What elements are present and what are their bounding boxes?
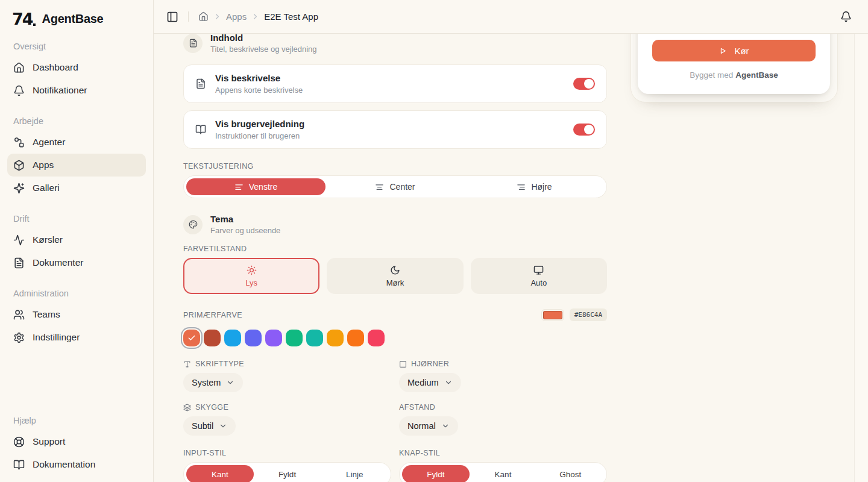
segment-label: Linje bbox=[346, 470, 363, 479]
color-mode-group: Lys Mørk Auto bbox=[183, 258, 607, 294]
align-option-label: Center bbox=[389, 182, 415, 192]
color-swatch[interactable] bbox=[306, 330, 323, 346]
input-style-fyldt[interactable]: Fyldt bbox=[254, 465, 321, 482]
box-icon bbox=[13, 160, 25, 171]
skygge-label: SKYGGE bbox=[195, 403, 228, 412]
sidebar-item-dokumentation[interactable]: Dokumentation bbox=[7, 453, 146, 476]
breadcrumb: Apps E2E Test App bbox=[198, 11, 318, 22]
gear-icon bbox=[13, 332, 25, 343]
afstand-label-row: AFSTAND bbox=[399, 403, 607, 412]
align-option-venstre[interactable]: Venstre bbox=[186, 178, 326, 195]
toggle-subtitle: Instruktioner til brugeren bbox=[215, 131, 304, 140]
shadow-select[interactable]: Subtil bbox=[183, 416, 236, 436]
section-tema: Tema Farver og udseende bbox=[183, 214, 607, 235]
button-style-fyldt[interactable]: Fyldt bbox=[402, 465, 470, 482]
section-indhold: Indhold Titel, beskrivelse og vejledning bbox=[183, 34, 607, 54]
monitor-icon bbox=[533, 265, 544, 275]
color-swatch[interactable] bbox=[368, 330, 385, 346]
button-style-ghost[interactable]: Ghost bbox=[536, 465, 604, 482]
sidebar-item-korsler[interactable]: Kørsler bbox=[7, 228, 146, 251]
breadcrumb-home-icon[interactable] bbox=[198, 11, 209, 22]
book-open-icon bbox=[13, 459, 25, 471]
farvetilstand-label: FARVETILSTAND bbox=[183, 245, 607, 253]
sidebar-item-label: Support bbox=[33, 436, 65, 447]
sparkles-icon bbox=[13, 183, 25, 194]
sidebar-item-teams[interactable]: Teams bbox=[7, 303, 146, 326]
built-with-brand: AgentBase bbox=[735, 70, 778, 80]
moon-icon bbox=[390, 265, 400, 275]
sidebar-item-notifikationer[interactable]: Notifikationer bbox=[7, 79, 146, 102]
main-area: Kør Bygget med AgentBase Indhold Titel, … bbox=[154, 34, 868, 482]
color-swatch[interactable] bbox=[204, 330, 221, 346]
input-stil-label: INPUT-STIL bbox=[183, 449, 391, 457]
align-center-icon bbox=[375, 183, 384, 192]
layers-icon bbox=[183, 404, 191, 412]
corners-select[interactable]: Medium bbox=[399, 373, 461, 392]
sidebar-item-label: Dashboard bbox=[33, 62, 78, 73]
section-subtitle: Farver og udseende bbox=[210, 226, 280, 235]
users-icon bbox=[13, 309, 25, 321]
section-icon-circle bbox=[183, 215, 203, 234]
toggle-row-vis-beskrivelse: Vis beskrivelse Appens korte beskrivelse bbox=[183, 64, 607, 103]
segment-label: Fyldt bbox=[427, 470, 444, 479]
color-swatch[interactable] bbox=[224, 330, 241, 346]
color-swatch-picker bbox=[183, 330, 607, 346]
scrollbar-gutter[interactable] bbox=[854, 34, 868, 482]
run-button[interactable]: Kør bbox=[652, 40, 816, 61]
color-swatch[interactable] bbox=[265, 330, 282, 346]
button-style-kant[interactable]: Kant bbox=[470, 465, 537, 482]
sidebar-item-support[interactable]: Support bbox=[7, 430, 146, 453]
run-button-label: Kør bbox=[734, 46, 749, 56]
primary-color-swatch bbox=[543, 311, 562, 319]
mode-option-auto[interactable]: Auto bbox=[471, 258, 607, 294]
breadcrumb-apps[interactable]: Apps bbox=[226, 11, 247, 22]
notifications-bell-icon[interactable] bbox=[840, 11, 852, 22]
toggle-title: Vis beskrivelse bbox=[215, 73, 303, 84]
nav-section-administration: Administration bbox=[7, 289, 146, 298]
breadcrumb-current-page: E2E Test App bbox=[264, 11, 318, 22]
font-select[interactable]: System bbox=[183, 373, 243, 392]
sidebar-item-dashboard[interactable]: Dashboard bbox=[7, 56, 146, 79]
color-swatch[interactable] bbox=[347, 330, 364, 346]
logo-mark: 74 bbox=[12, 11, 36, 27]
primary-color-swatch-frame bbox=[541, 309, 564, 321]
align-option-center[interactable]: Center bbox=[326, 178, 465, 195]
sidebar-item-label: Agenter bbox=[33, 137, 65, 148]
spacing-select[interactable]: Normal bbox=[399, 416, 458, 436]
palette-icon bbox=[189, 220, 198, 229]
type-icon bbox=[183, 360, 191, 368]
align-option-hojre[interactable]: Højre bbox=[465, 178, 604, 195]
file-text-icon bbox=[195, 78, 206, 89]
mode-option-mork[interactable]: Mørk bbox=[327, 258, 463, 294]
settings-form: Indhold Titel, beskrivelse og vejledning… bbox=[183, 34, 607, 482]
section-icon-circle bbox=[183, 34, 203, 53]
vis-brugervejledning-toggle[interactable] bbox=[573, 124, 595, 136]
tekstjustering-label: TEKSTJUSTERING bbox=[183, 162, 607, 171]
mode-option-lys[interactable]: Lys bbox=[183, 258, 319, 294]
app-logo: 74 AgentBase bbox=[7, 10, 146, 27]
workflow-icon bbox=[13, 137, 25, 148]
align-left-icon bbox=[234, 183, 244, 192]
vis-beskrivelse-toggle[interactable] bbox=[573, 78, 595, 90]
color-swatch[interactable] bbox=[286, 330, 303, 346]
app-name: AgentBase bbox=[42, 12, 104, 26]
nav-section-oversigt: Oversigt bbox=[7, 42, 146, 51]
color-swatch[interactable] bbox=[327, 330, 344, 346]
topbar-divider bbox=[188, 11, 189, 22]
sidebar-item-galleri[interactable]: Galleri bbox=[7, 177, 146, 199]
nav-section-drift: Drift bbox=[7, 214, 146, 224]
mode-option-label: Auto bbox=[530, 278, 547, 287]
color-swatch[interactable] bbox=[245, 330, 262, 346]
sidebar-toggle-icon[interactable] bbox=[166, 11, 178, 23]
input-style-kant[interactable]: Kant bbox=[186, 465, 254, 482]
color-swatch-selected[interactable] bbox=[183, 330, 200, 346]
sidebar-item-dokumenter[interactable]: Dokumenter bbox=[7, 251, 146, 274]
input-style-linje[interactable]: Linje bbox=[321, 465, 388, 482]
sidebar-item-apps[interactable]: Apps bbox=[7, 154, 146, 177]
preview-card: Kør Bygget med AgentBase bbox=[638, 34, 830, 94]
toggle-title: Vis brugervejledning bbox=[215, 119, 304, 130]
align-option-label: Venstre bbox=[249, 182, 277, 192]
sidebar-item-indstillinger[interactable]: Indstillinger bbox=[7, 326, 146, 349]
sidebar-item-agenter[interactable]: Agenter bbox=[7, 131, 146, 154]
chevron-down-icon bbox=[441, 422, 450, 430]
